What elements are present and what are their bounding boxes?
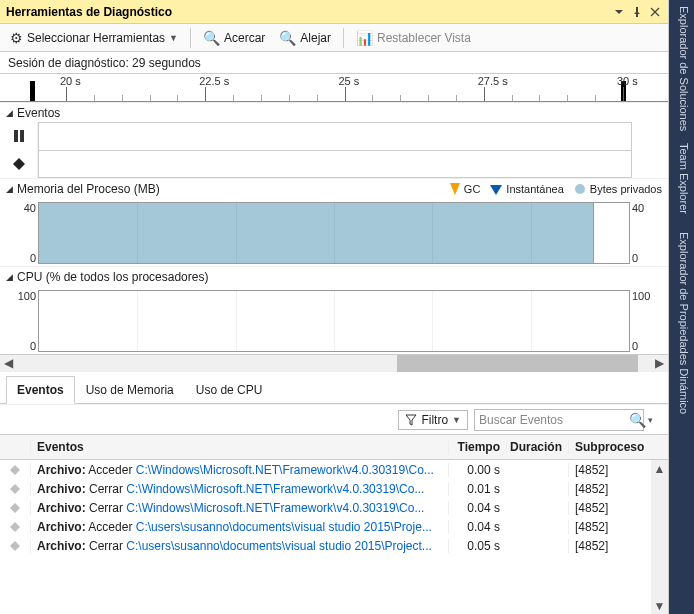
cpu-ymax: 100 [18, 290, 36, 302]
event-diamond-icon [0, 521, 30, 533]
zoom-in-icon: 🔍 [203, 30, 220, 46]
col-time[interactable]: Tiempo [448, 440, 506, 454]
search-icon[interactable]: 🔍 [629, 412, 646, 428]
title-bar: Herramientas de Diagnóstico [0, 0, 668, 24]
cpu-ymin: 0 [30, 340, 36, 352]
reset-view-label: Restablecer Vista [377, 31, 471, 45]
event-diamond-icon [0, 540, 30, 552]
chevron-down-icon: ▼ [452, 415, 461, 425]
filter-button[interactable]: Filtro ▼ [398, 410, 468, 430]
file-path-link[interactable]: C:\Windows\Microsoft.NET\Framework\v4.0.… [136, 463, 434, 477]
zoom-out-button[interactable]: 🔍 Alejar [273, 28, 337, 48]
break-all-icon[interactable] [0, 122, 37, 150]
legend-snapshot: Instantánea [490, 183, 564, 195]
file-path-link[interactable]: C:\Windows\Microsoft.NET\Framework\v4.0.… [126, 501, 424, 515]
legend-gc: GC [450, 183, 481, 195]
event-diamond-icon [0, 464, 30, 476]
filter-bar: Filtro ▼ 🔍 ▾ [0, 404, 668, 434]
collapse-icon: ◢ [6, 272, 13, 282]
table-row[interactable]: Archivo: Acceder C:\users\susanno\docume… [0, 517, 668, 536]
file-path-link[interactable]: C:\users\susanno\documents\visual studio… [136, 520, 432, 534]
tab-events[interactable]: Eventos [6, 376, 75, 404]
table-row[interactable]: Archivo: Cerrar C:\Windows\Microsoft.NET… [0, 498, 668, 517]
event-diamond-icon [0, 483, 30, 495]
tab-cpu-usage[interactable]: Uso de CPU [185, 376, 274, 404]
col-duration[interactable]: Duración [506, 440, 568, 454]
right-tool-tabs: Explorador de Soluciones Team Explorer E… [669, 0, 694, 614]
gear-icon: ⚙ [10, 30, 23, 46]
ruler-label: 30 s [617, 75, 638, 87]
collapse-icon: ◢ [6, 108, 13, 118]
event-lane[interactable] [38, 150, 632, 178]
intellitrace-event-icon[interactable] [0, 150, 37, 178]
svg-point-2 [575, 184, 585, 194]
filter-button-label: Filtro [421, 413, 448, 427]
table-row[interactable]: Archivo: Acceder C:\Windows\Microsoft.NE… [0, 460, 668, 479]
events-table-header: Eventos Tiempo Duración Subproceso [0, 434, 668, 460]
section-events-title: Eventos [17, 106, 60, 120]
scroll-up-icon[interactable]: ▲ [651, 460, 668, 477]
collapse-icon: ◢ [6, 184, 13, 194]
session-label: Sesión de diagnóstico: 29 segundos [8, 56, 201, 70]
scroll-right-icon[interactable]: ▶ [651, 355, 668, 372]
col-subprocess[interactable]: Subproceso [568, 440, 650, 454]
svg-rect-0 [14, 130, 18, 142]
cpu-chart[interactable]: 1000 1000 [0, 286, 668, 354]
file-path-link[interactable]: C:\Windows\Microsoft.NET\Framework\v4.0.… [126, 482, 424, 496]
reset-view-icon: 📊 [356, 30, 373, 46]
mem-ymin: 0 [30, 252, 36, 264]
funnel-icon [405, 414, 417, 426]
events-table-body: Archivo: Acceder C:\Windows\Microsoft.NE… [0, 460, 668, 614]
ruler-label: 25 s [339, 75, 360, 87]
tab-dynamic-properties[interactable]: Explorador de Propiedades Dinámico [669, 226, 694, 420]
ruler-label: 27.5 s [478, 75, 508, 87]
section-events-header[interactable]: ◢ Eventos [0, 102, 668, 122]
section-cpu-header[interactable]: ◢ CPU (% de todos los procesadores) [0, 266, 668, 286]
session-bar: Sesión de diagnóstico: 29 segundos [0, 52, 668, 74]
search-input[interactable] [479, 413, 629, 427]
scroll-down-icon[interactable]: ▼ [651, 597, 668, 614]
section-cpu-title: CPU (% de todos los procesadores) [17, 270, 208, 284]
mem-ymax: 40 [24, 202, 36, 214]
chevron-down-icon: ▼ [169, 33, 178, 43]
toolbar: ⚙ Seleccionar Herramientas ▼ 🔍 Acercar 🔍… [0, 24, 668, 52]
zoom-in-label: Acercar [224, 31, 265, 45]
memory-chart[interactable]: 400 400 [0, 198, 668, 266]
ruler-label: 20 s [60, 75, 81, 87]
select-tools-label: Seleccionar Herramientas [27, 31, 165, 45]
timeline-scrollbar[interactable]: ◀ ▶ [0, 354, 668, 371]
search-events-box[interactable]: 🔍 ▾ [474, 409, 644, 431]
col-events[interactable]: Eventos [30, 440, 448, 454]
chevron-down-icon[interactable]: ▾ [648, 415, 653, 425]
selection-start-handle[interactable] [30, 81, 35, 101]
tab-solution-explorer[interactable]: Explorador de Soluciones [669, 0, 694, 137]
table-vscroll[interactable]: ▲ ▼ [651, 460, 668, 614]
window-options-icon[interactable] [612, 5, 626, 19]
zoom-out-label: Alejar [300, 31, 331, 45]
table-row[interactable]: Archivo: Cerrar C:\Windows\Microsoft.NET… [0, 479, 668, 498]
table-row[interactable]: Archivo: Cerrar C:\users\susanno\documen… [0, 536, 668, 555]
close-icon[interactable] [648, 5, 662, 19]
svg-rect-1 [20, 130, 24, 142]
break-lane[interactable] [38, 122, 632, 150]
reset-view-button[interactable]: 📊 Restablecer Vista [350, 28, 477, 48]
ruler-label: 22.5 s [199, 75, 229, 87]
tab-team-explorer[interactable]: Team Explorer [669, 137, 694, 220]
tab-memory-usage[interactable]: Uso de Memoria [75, 376, 185, 404]
scroll-thumb[interactable] [397, 355, 638, 372]
event-diamond-icon [0, 502, 30, 514]
select-tools-button[interactable]: ⚙ Seleccionar Herramientas ▼ [4, 28, 184, 48]
legend-private-bytes: Bytes privados [574, 183, 662, 195]
section-memory-title: Memoria del Proceso (MB) [17, 182, 160, 196]
unpin-icon[interactable] [630, 5, 644, 19]
zoom-in-button[interactable]: 🔍 Acercar [197, 28, 271, 48]
section-memory-header[interactable]: ◢ Memoria del Proceso (MB) GC Instantáne… [0, 178, 668, 198]
zoom-out-icon: 🔍 [279, 30, 296, 46]
timeline-ruler[interactable]: 20 s22.5 s25 s27.5 s30 s [0, 74, 668, 102]
window-title: Herramientas de Diagnóstico [6, 5, 172, 19]
detail-tabs: Eventos Uso de Memoria Uso de CPU [0, 371, 668, 403]
scroll-left-icon[interactable]: ◀ [0, 355, 17, 372]
file-path-link[interactable]: C:\users\susanno\documents\visual studio… [126, 539, 432, 553]
diagnostic-tools-pane: Herramientas de Diagnóstico ⚙ Selecciona… [0, 0, 669, 614]
